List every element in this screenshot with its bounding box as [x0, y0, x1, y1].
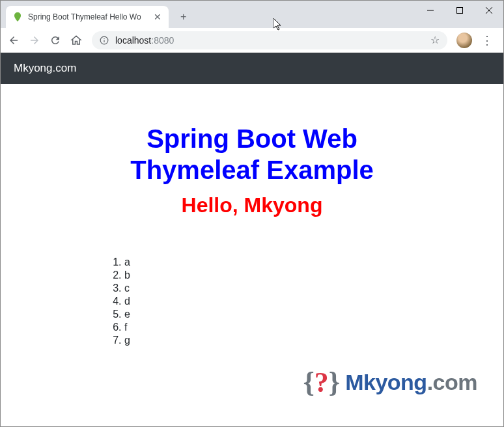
window-controls [415, 1, 503, 20]
footer-logo: {?} Mkyong.com [303, 366, 478, 399]
forward-button[interactable] [25, 31, 44, 49]
bookmark-icon[interactable]: ☆ [430, 34, 440, 46]
items-list: abcdefg [111, 256, 490, 346]
url-port: :8080 [151, 35, 174, 46]
minimize-button[interactable] [415, 1, 445, 20]
address-bar: localhost:8080 ☆ ⋮ [1, 28, 503, 53]
page-heading: Spring Boot Web Thymeleaf Example [14, 123, 490, 186]
list-item: c [124, 282, 490, 294]
list-item: e [124, 309, 490, 320]
tab-close-icon[interactable]: ✕ [153, 12, 162, 22]
url-text: localhost:8080 [115, 35, 174, 46]
tab-title: Spring Boot Thymeleaf Hello Wo [28, 12, 148, 21]
site-navbar: Mkyong.com [1, 53, 503, 84]
page-info-icon[interactable] [100, 36, 109, 45]
logo-brace-icon: {?} [303, 366, 341, 399]
menu-button[interactable]: ⋮ [477, 33, 497, 48]
home-button[interactable] [67, 31, 85, 49]
maximize-button[interactable] [445, 1, 474, 20]
profile-avatar[interactable] [456, 33, 472, 48]
reload-button[interactable] [46, 31, 64, 49]
page-content: Spring Boot Web Thymeleaf Example Hello,… [1, 84, 503, 426]
url-host: localhost [115, 35, 151, 46]
favicon-icon [12, 12, 23, 22]
list-item: b [124, 269, 490, 281]
url-field[interactable]: localhost:8080 ☆ [92, 31, 447, 49]
heading-line-1: Spring Boot Web [147, 124, 357, 153]
page-subheading: Hello, Mkyong [14, 193, 490, 217]
browser-tab[interactable]: Spring Boot Thymeleaf Hello Wo ✕ [6, 6, 169, 28]
title-bar: Spring Boot Thymeleaf Hello Wo ✕ + [1, 1, 503, 28]
browser-window: Spring Boot Thymeleaf Hello Wo ✕ + [0, 0, 504, 427]
svg-rect-1 [456, 8, 462, 14]
list-item: a [124, 256, 490, 268]
site-brand[interactable]: Mkyong.com [14, 62, 76, 74]
svg-point-6 [104, 38, 104, 38]
list-item: f [124, 322, 490, 333]
back-button[interactable] [5, 31, 23, 49]
items-list-container: abcdefg [111, 256, 490, 346]
list-item: d [124, 296, 490, 307]
new-tab-button[interactable]: + [176, 11, 190, 23]
heading-line-2: Thymeleaf Example [130, 156, 374, 184]
close-button[interactable] [474, 1, 503, 20]
list-item: g [124, 335, 490, 346]
logo-text: Mkyong.com [345, 370, 477, 395]
